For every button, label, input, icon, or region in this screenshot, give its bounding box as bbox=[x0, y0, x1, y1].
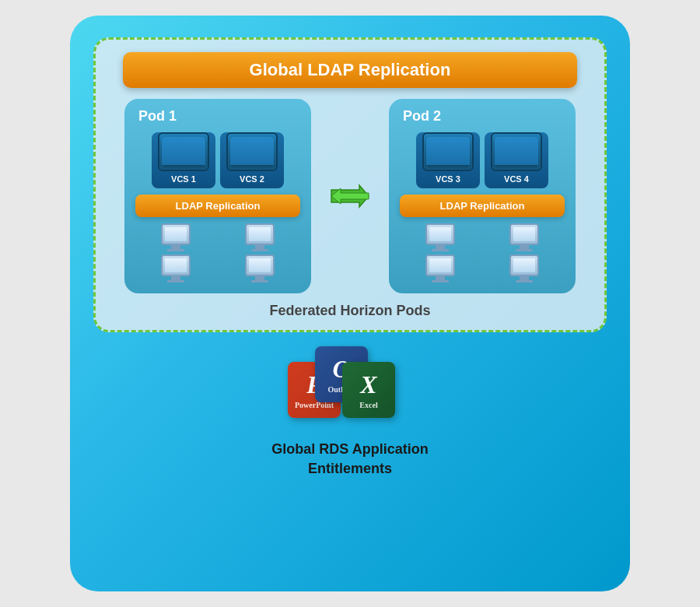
pod1-ldap-rep-label: LDAP Replication bbox=[176, 200, 261, 212]
pod2: Pod 2 VCS 3 bbox=[389, 99, 576, 293]
excel-sub: Excel bbox=[359, 401, 377, 409]
bottom-label: Global RDS Application Entitlements bbox=[271, 440, 428, 479]
pod1-vcs2-block: VCS 2 bbox=[220, 132, 284, 188]
base bbox=[516, 249, 533, 251]
monitor-icon bbox=[245, 254, 275, 276]
rack-line bbox=[429, 145, 467, 148]
main-diagram-container: Global LDAP Replication Pod 1 VCS 1 bbox=[70, 16, 630, 591]
rack-line bbox=[497, 150, 536, 153]
excel-letter: X bbox=[360, 370, 376, 399]
bidirectional-arrow-icon bbox=[327, 182, 373, 210]
rack-line bbox=[233, 156, 271, 159]
pod1-ldap-rep-bar: LDAP Replication bbox=[135, 195, 300, 217]
pod2-vcs-row: VCS 3 VCS 4 bbox=[400, 132, 565, 188]
excel-icon: X Excel bbox=[342, 362, 395, 418]
pod2-vcs4-block: VCS 4 bbox=[485, 132, 548, 188]
rack-line bbox=[233, 150, 271, 153]
rack-line bbox=[164, 150, 203, 153]
pod2-ldap-rep-label: LDAP Replication bbox=[440, 200, 525, 212]
rack-line bbox=[497, 145, 536, 148]
base bbox=[167, 280, 184, 282]
rack-line bbox=[164, 145, 203, 148]
pod1-title: Pod 1 bbox=[138, 108, 177, 125]
federated-horizon-box: Global LDAP Replication Pod 1 VCS 1 bbox=[93, 37, 607, 332]
rack-line bbox=[429, 156, 467, 159]
rack-line bbox=[429, 150, 467, 153]
pod2-vcs4-rack bbox=[491, 132, 542, 171]
pod1-vcs-row: VCS 1 VCS 2 bbox=[135, 132, 300, 188]
global-ldap-banner: Global LDAP Replication bbox=[123, 52, 578, 88]
pod2-pc4 bbox=[509, 254, 539, 282]
bottom-label-line1: Global RDS Application bbox=[271, 440, 428, 459]
base bbox=[516, 280, 533, 282]
rack-line bbox=[497, 156, 536, 159]
rack-line bbox=[164, 156, 203, 159]
rack-line bbox=[233, 145, 271, 148]
pod2-pc3 bbox=[425, 254, 455, 282]
monitor-icon bbox=[161, 223, 191, 245]
pod1-vcs1-label: VCS 1 bbox=[171, 174, 196, 184]
pod2-title: Pod 2 bbox=[403, 108, 441, 125]
monitor-icon bbox=[245, 223, 275, 245]
federated-label: Federated Horizon Pods bbox=[269, 303, 430, 319]
bottom-label-line2: Entitlements bbox=[271, 459, 428, 479]
pod1-vcs1-block: VCS 1 bbox=[152, 132, 215, 188]
replication-arrow bbox=[327, 182, 373, 210]
pod2-vcs4-label: VCS 4 bbox=[504, 174, 529, 184]
office-icons-cluster: P PowerPoint O Outlook X Excel bbox=[288, 346, 412, 432]
pod2-pc1 bbox=[425, 223, 455, 251]
monitor-icon bbox=[509, 223, 539, 245]
pod1-vcs2-label: VCS 2 bbox=[240, 174, 264, 184]
pod1-vcs2-rack bbox=[226, 132, 278, 171]
federated-label-text: Federated Horizon Pods bbox=[269, 303, 430, 318]
base bbox=[251, 249, 268, 251]
pod1-pc2 bbox=[245, 223, 275, 251]
base bbox=[251, 280, 268, 282]
pod1-vcs1-rack bbox=[158, 132, 209, 171]
pod2-vcs3-label: VCS 3 bbox=[436, 174, 460, 184]
pod1: Pod 1 VCS 1 bbox=[124, 99, 311, 293]
pod2-vcs3-block: VCS 3 bbox=[416, 132, 480, 188]
monitor-icon bbox=[161, 254, 191, 276]
pod2-pc2 bbox=[509, 223, 539, 251]
global-ldap-label: Global LDAP Replication bbox=[250, 60, 451, 79]
pod1-computers-grid bbox=[135, 223, 300, 282]
base bbox=[432, 280, 449, 282]
pod1-pc4 bbox=[245, 254, 275, 282]
monitor-icon bbox=[425, 223, 455, 245]
bottom-section: P PowerPoint O Outlook X Excel Global RD… bbox=[271, 346, 428, 479]
pod1-pc1 bbox=[161, 223, 191, 251]
pod2-computers-grid bbox=[400, 223, 565, 282]
base bbox=[432, 249, 449, 251]
base bbox=[167, 249, 184, 251]
monitor-icon bbox=[425, 254, 455, 276]
pod1-pc3 bbox=[161, 254, 191, 282]
pod2-ldap-rep-bar: LDAP Replication bbox=[400, 195, 565, 217]
pods-row: Pod 1 VCS 1 bbox=[108, 99, 592, 293]
pod2-vcs3-rack bbox=[422, 132, 474, 171]
monitor-icon bbox=[509, 254, 539, 276]
